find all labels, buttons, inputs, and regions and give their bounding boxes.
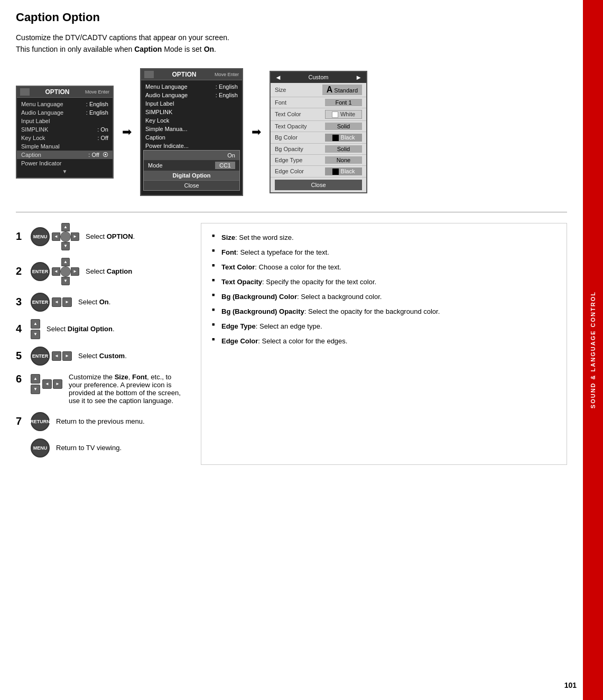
- up-btn[interactable]: ▲: [31, 374, 40, 384]
- bullet-bg-color: Bg (Background) Color: Select a backgrou…: [212, 291, 556, 303]
- sidebar-label: SOUND & LANGUAGE CONTROL: [590, 291, 596, 408]
- down-btn[interactable]: ▼: [31, 385, 40, 394]
- step-7-row: 7 RETURN Return to the previous menu.: [16, 412, 185, 431]
- enter-button-step5[interactable]: ENTER: [31, 347, 50, 366]
- custom-panel-body: Size A Standard Font Font 1 Text Color W…: [271, 83, 366, 190]
- custom-row-edge-color: Edge Color Black: [271, 166, 366, 178]
- dpad-center: [60, 231, 71, 242]
- panel1-header: OPTION Move Enter: [17, 87, 113, 98]
- step-1-number: 1: [16, 230, 24, 242]
- close-btn-panel2[interactable]: Close: [144, 180, 239, 190]
- custom-panel-header: ◄ Custom ►: [271, 72, 366, 83]
- option-panel-1: OPTION Move Enter Menu Language: English…: [16, 86, 114, 179]
- bullet-size: Size: Set the word size.: [212, 232, 556, 244]
- intro-text: Customize the DTV/CADTV captions that ap…: [16, 32, 567, 55]
- menu-button-step1[interactable]: MENU: [31, 227, 50, 246]
- dpad-down[interactable]: ▼: [61, 277, 70, 285]
- left-btn[interactable]: ◄: [52, 297, 61, 307]
- panel2-title: OPTION: [172, 71, 196, 78]
- table-row: Audio Language: English: [141, 91, 242, 99]
- bullet-bg-opacity: Bg (Background) Opacity: Select the opac…: [212, 306, 556, 318]
- custom-row-bg-color: Bg Color Black: [271, 132, 366, 144]
- power-row: Power Indicate...: [141, 142, 242, 150]
- white-swatch: [332, 111, 338, 118]
- step-2-icons: ENTER ▲ ▼ ◄ ►: [31, 258, 79, 285]
- panel2-icon: [144, 71, 154, 78]
- step-7-number: 7: [16, 415, 24, 427]
- digital-submenu: On Mode CC1 Digital Option Close: [143, 150, 240, 191]
- step-6-icons: ▲ ▼ ◄ ►: [31, 374, 62, 394]
- custom-panel: ◄ Custom ► Size A Standard Font Font 1: [270, 71, 367, 193]
- dpad-left[interactable]: ◄: [52, 232, 60, 241]
- steps-left: 1 MENU ▲ ▼ ◄ ► Select OPTION.: [16, 223, 185, 465]
- step-7-text: Return to the previous menu.: [56, 417, 145, 425]
- panel1-title: OPTION: [45, 88, 69, 96]
- step-6-number: 6: [16, 373, 24, 385]
- right-btn[interactable]: ►: [53, 379, 62, 389]
- table-row: Menu Language: English: [17, 100, 113, 108]
- custom-right-arrow: ►: [355, 73, 362, 81]
- step-4-number: 4: [16, 323, 24, 335]
- step-2-row: 2 ENTER ▲ ▼ ◄ ► Select Caption: [16, 258, 185, 285]
- bullet-list: Size: Set the word size. Font: Select a …: [212, 232, 556, 348]
- left-btn[interactable]: ◄: [42, 379, 52, 389]
- right-btn[interactable]: ►: [62, 351, 72, 361]
- bullet-edge-type: Edge Type: Select an edge type.: [212, 321, 556, 332]
- panel1-nav: Move Enter: [85, 89, 109, 95]
- panel1-body: Menu Language: English Audio Language: E…: [17, 98, 113, 178]
- enter-button-step2[interactable]: ENTER: [31, 262, 50, 281]
- left-btn[interactable]: ◄: [52, 351, 61, 361]
- step-2-number: 2: [16, 265, 24, 277]
- custom-row-edge-type: Edge Type None: [271, 155, 366, 166]
- dpad-step1[interactable]: ▲ ▼ ◄ ►: [52, 223, 79, 250]
- dpad-right[interactable]: ►: [71, 232, 79, 241]
- lr-buttons-step5: ◄ ►: [52, 351, 72, 361]
- menu-button-last[interactable]: MENU: [31, 438, 50, 458]
- dpad-up[interactable]: ▲: [61, 223, 70, 231]
- caption-row: Caption: [141, 133, 242, 142]
- steps-section: 1 MENU ▲ ▼ ◄ ► Select OPTION.: [16, 223, 567, 465]
- return-button[interactable]: RETURN: [31, 412, 50, 431]
- dpad-right[interactable]: ►: [71, 267, 79, 276]
- step-3-text: Select On.: [78, 298, 110, 306]
- intro-caption-bold: Caption: [134, 45, 162, 53]
- custom-row-text-opacity: Text Opacity Solid: [271, 121, 366, 132]
- ud-buttons-step4: ▲ ▼: [31, 319, 40, 339]
- custom-row-size: Size A Standard: [271, 83, 366, 97]
- submenu-mode-label: Mode: [148, 162, 163, 169]
- step-6-row: 6 ▲ ▼ ◄ ► Customize the Size, Font, etc.…: [16, 373, 185, 405]
- custom-close-btn[interactable]: Close: [275, 180, 362, 190]
- table-row: Key Lock: Off: [17, 134, 113, 142]
- dpad-up[interactable]: ▲: [61, 258, 70, 266]
- submenu-on-row: On: [144, 151, 239, 160]
- dpad-down[interactable]: ▼: [61, 242, 70, 250]
- step-menu-icons: MENU: [31, 438, 50, 458]
- step-3-row: 3 ENTER ◄ ► Select On.: [16, 293, 185, 312]
- custom-row-font: Font Font 1: [271, 97, 366, 108]
- up-btn[interactable]: ▲: [31, 319, 40, 329]
- right-btn[interactable]: ►: [62, 297, 72, 307]
- step-5-text: Select Custom.: [78, 352, 127, 360]
- black-swatch-edge: [332, 169, 339, 175]
- down-btn[interactable]: ▼: [31, 330, 40, 339]
- table-row: Simple Manual: [17, 142, 113, 151]
- panel2-body: Menu Language: English Audio Language: E…: [141, 80, 242, 195]
- dpad-center: [60, 266, 71, 277]
- table-row: Audio Language: English: [17, 108, 113, 117]
- dpad-step2[interactable]: ▲ ▼ ◄ ►: [52, 258, 79, 285]
- panel2-header: OPTION Move Enter: [141, 69, 242, 80]
- table-row: Input Label: [17, 117, 113, 125]
- intro-on-bold: On: [204, 45, 214, 53]
- bullet-text-color: Text Color: Choose a color for the text.: [212, 262, 556, 273]
- submenu-on-label: On: [227, 152, 235, 158]
- table-row: Simple Manua...: [141, 125, 242, 133]
- table-row: Key Lock: [141, 116, 242, 125]
- dpad-left[interactable]: ◄: [52, 267, 60, 276]
- ud-buttons-step6: ▲ ▼: [31, 374, 40, 394]
- enter-button-step3[interactable]: ENTER: [31, 293, 50, 312]
- step-2-text: Select Caption: [86, 267, 132, 275]
- step-1-icons: MENU ▲ ▼ ◄ ►: [31, 223, 79, 250]
- step-menu-text: Return to TV viewing.: [56, 444, 122, 452]
- digital-option-btn[interactable]: Digital Option: [144, 171, 239, 180]
- panel2-nav: Move Enter: [215, 72, 239, 77]
